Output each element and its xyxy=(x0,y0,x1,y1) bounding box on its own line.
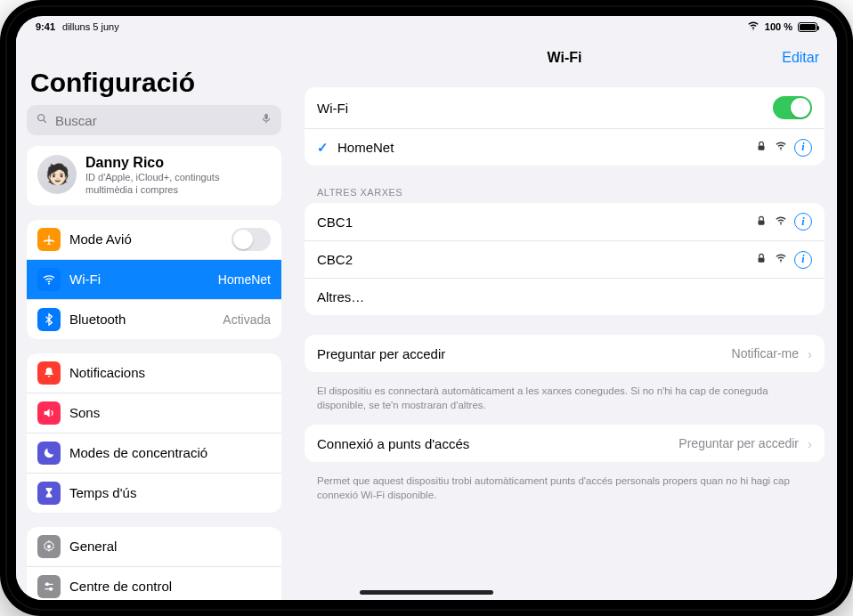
gear-icon xyxy=(37,535,61,558)
focus-label: Modes de concentració xyxy=(69,445,271,460)
ask-label: Preguntar per accedir xyxy=(317,346,723,361)
checkmark-icon: ✓ xyxy=(317,140,329,156)
lock-icon xyxy=(755,252,768,267)
sidebar-item-screentime[interactable]: Temps d'ús xyxy=(27,473,281,513)
notifications-label: Notificacions xyxy=(69,365,271,380)
wifi-row-label: Wi-Fi xyxy=(317,101,764,116)
settings-sidebar[interactable]: Configuració 🧑🏻 Danny Rico xyxy=(16,37,292,600)
sidebar-item-control-center[interactable]: Centre de control xyxy=(27,566,281,600)
signal-icon xyxy=(775,252,787,267)
info-button[interactable]: i xyxy=(794,139,812,157)
ask-to-join-row[interactable]: Preguntar per accedir Notificar-me › xyxy=(305,335,825,372)
general-label: General xyxy=(69,539,271,554)
sidebar-item-notifications[interactable]: Notificacions xyxy=(27,353,281,393)
moon-icon xyxy=(37,442,61,465)
sidebar-item-sounds[interactable]: Sons xyxy=(27,393,281,433)
airplane-icon xyxy=(37,228,61,251)
sidebar-group-alerts: Notificacions Sons Modes de concentració xyxy=(27,353,281,513)
avatar: 🧑🏻 xyxy=(37,155,77,194)
dictation-icon[interactable] xyxy=(260,112,272,128)
battery-icon xyxy=(798,22,817,32)
search-field[interactable] xyxy=(27,105,281,135)
bluetooth-icon xyxy=(37,308,61,331)
other-network-label: Altres… xyxy=(317,289,812,304)
info-button[interactable]: i xyxy=(794,213,812,231)
chevron-right-icon: › xyxy=(808,346,812,361)
sidebar-group-system: General Centre de control AA Pantalla i … xyxy=(27,527,281,600)
sidebar-item-focus[interactable]: Modes de concentració xyxy=(27,433,281,473)
lock-icon xyxy=(755,140,768,155)
wifi-value: HomeNet xyxy=(218,272,271,287)
battery-pct: 100 % xyxy=(765,21,792,32)
home-indicator[interactable] xyxy=(360,590,493,595)
hotspot-card: Connexió a punts d'accés Preguntar per a… xyxy=(305,425,825,462)
svg-point-5 xyxy=(48,282,50,284)
svg-rect-16 xyxy=(759,257,765,262)
sidebar-item-bluetooth[interactable]: Bluetooth Activada xyxy=(27,299,281,339)
wifi-toggle-row[interactable]: Wi-Fi xyxy=(305,87,825,128)
svg-rect-12 xyxy=(759,145,765,150)
sidebar-item-airplane[interactable]: Mode Avió xyxy=(27,220,281,259)
svg-point-6 xyxy=(47,545,51,548)
svg-point-0 xyxy=(752,28,753,29)
status-time: 9:41 xyxy=(36,21,55,32)
sounds-label: Sons xyxy=(69,405,271,420)
airplane-label: Mode Avió xyxy=(69,231,223,247)
network-row[interactable]: CBC2 i xyxy=(305,240,825,278)
hotspot-value: Preguntar per accedir xyxy=(678,436,799,450)
wifi-label: Wi-Fi xyxy=(69,272,209,287)
svg-point-15 xyxy=(780,223,782,225)
apple-id-card[interactable]: 🧑🏻 Danny Rico ID d'Apple, iCloud+, conti… xyxy=(27,146,281,206)
svg-point-8 xyxy=(46,583,49,586)
detail-navbar: Wi-Fi Editar xyxy=(292,37,837,78)
control-center-label: Centre de control xyxy=(69,579,271,594)
status-date: dilluns 5 juny xyxy=(62,21,119,32)
ask-footnote: El dispositiu es connectarà automàticame… xyxy=(292,379,837,425)
wifi-icon xyxy=(37,268,61,291)
wifi-detail-pane[interactable]: Wi-Fi Editar Wi-Fi ✓ HomeNet xyxy=(292,37,837,600)
edit-button[interactable]: Editar xyxy=(782,50,819,66)
connected-network-name: HomeNet xyxy=(337,140,746,155)
svg-point-1 xyxy=(38,115,45,121)
bluetooth-value: Activada xyxy=(223,312,271,327)
info-button[interactable]: i xyxy=(794,251,812,269)
wifi-toggle[interactable] xyxy=(773,96,812,119)
bell-icon xyxy=(37,361,61,385)
apple-id-name: Danny Rico xyxy=(85,155,264,171)
status-bar: 9:41 dilluns 5 juny 100 % xyxy=(16,16,837,37)
signal-icon xyxy=(775,140,787,155)
ipad-frame: 9:41 dilluns 5 juny 100 % Configuració xyxy=(0,0,853,616)
other-networks-card: CBC1 i CBC2 i xyxy=(305,203,825,315)
sliders-icon xyxy=(37,575,61,598)
screentime-label: Temps d'ús xyxy=(69,485,271,500)
sidebar-item-general[interactable]: General xyxy=(27,527,281,566)
network-name: CBC1 xyxy=(317,215,746,230)
apple-id-sub: ID d'Apple, iCloud+, continguts multimèd… xyxy=(85,171,264,197)
bluetooth-label: Bluetooth xyxy=(69,312,214,327)
svg-rect-14 xyxy=(759,220,765,224)
sidebar-item-wifi[interactable]: Wi-Fi HomeNet xyxy=(27,259,281,299)
network-row[interactable]: CBC1 i xyxy=(305,203,825,240)
ask-to-join-card: Preguntar per accedir Notificar-me › xyxy=(305,335,825,372)
lock-icon xyxy=(755,215,768,230)
other-network-row[interactable]: Altres… xyxy=(305,278,825,315)
svg-point-10 xyxy=(50,588,53,590)
connected-network-row[interactable]: ✓ HomeNet i xyxy=(305,128,825,166)
detail-title: Wi-Fi xyxy=(548,50,582,66)
hourglass-icon xyxy=(37,482,61,505)
search-icon xyxy=(36,112,48,128)
svg-rect-3 xyxy=(264,114,268,119)
search-input[interactable] xyxy=(55,113,253,128)
hotspot-row[interactable]: Connexió a punts d'accés Preguntar per a… xyxy=(305,425,825,462)
hotspot-footnote: Permet que aquest dispositiu trobi autom… xyxy=(292,469,837,515)
speaker-icon xyxy=(37,401,61,425)
wifi-status-icon xyxy=(747,20,760,34)
airplane-toggle[interactable] xyxy=(232,228,271,251)
wifi-main-card: Wi-Fi ✓ HomeNet i xyxy=(305,87,825,166)
sidebar-group-connectivity: Mode Avió Wi-Fi HomeNet B xyxy=(27,220,281,339)
svg-point-17 xyxy=(780,261,782,263)
signal-icon xyxy=(775,215,787,230)
svg-point-13 xyxy=(780,149,782,150)
screen: 9:41 dilluns 5 juny 100 % Configuració xyxy=(16,16,837,600)
hotspot-label: Connexió a punts d'accés xyxy=(317,436,670,451)
